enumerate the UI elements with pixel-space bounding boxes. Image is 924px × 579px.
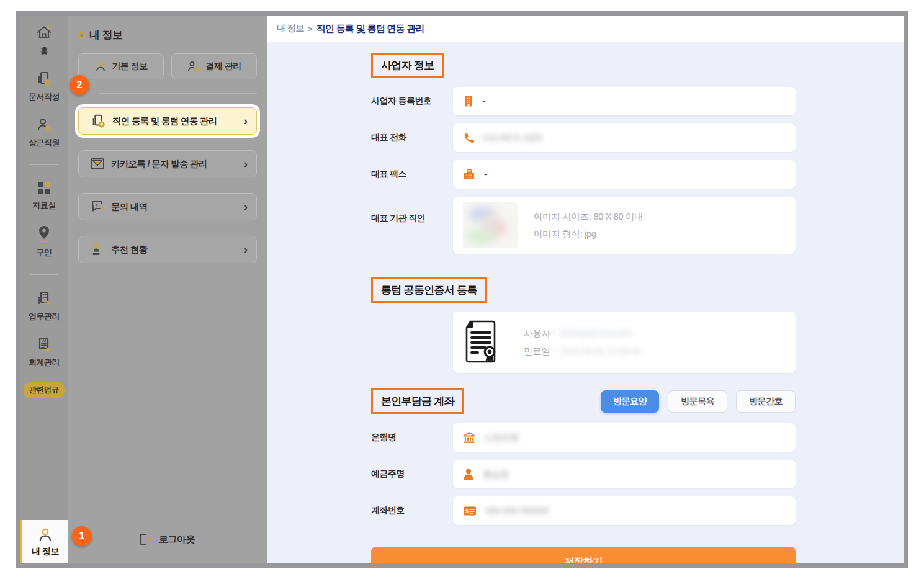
cert-user-label: 사용자 : — [524, 328, 555, 339]
chevron-right-icon: › — [244, 243, 248, 256]
main-content: 내 정보 > 직인 등록 및 롱텀 연동 관리 사업자 정보 사업자 등록번호 … — [267, 16, 904, 563]
payment-mgmt-button[interactable]: 결제 관리 — [171, 53, 257, 79]
home-icon — [35, 24, 53, 42]
menu-item-inquiries[interactable]: ? 문의 내역 › — [78, 193, 257, 220]
person-icon — [94, 60, 107, 73]
breadcrumb-separator-icon: > — [308, 24, 313, 34]
phone-icon — [463, 132, 475, 144]
basic-info-label: 기본 정보 — [112, 61, 147, 72]
rail-label-jobs: 구인 — [37, 247, 52, 258]
holder-name-input[interactable]: 홍길동 — [453, 460, 796, 488]
logout-button[interactable]: 로그아웃 — [138, 532, 195, 546]
tab-visit-care[interactable]: 방문요양 — [601, 390, 659, 413]
person-icon — [37, 526, 54, 544]
menu-label-referrals: 추천 현황 — [111, 244, 238, 256]
section-title-business-info: 사업자 정보 — [371, 53, 444, 78]
basic-info-button[interactable]: 기본 정보 — [78, 53, 164, 79]
holder-name-value-redacted: 홍길동 — [483, 469, 509, 480]
seal-image-redacted — [463, 202, 518, 248]
breadcrumb-current: 직인 등록 및 롱텀 연동 관리 — [316, 23, 424, 35]
rail-label-home: 홈 — [40, 45, 48, 56]
chevron-right-icon: › — [244, 200, 248, 213]
bank-name-input[interactable]: 신한은행 — [453, 423, 796, 452]
bullet-dot-icon — [78, 32, 85, 38]
map-pin-icon — [36, 225, 52, 243]
tab-visit-bath[interactable]: 방문목욕 — [668, 390, 727, 413]
form-area: 사업자 정보 사업자 등록번호 - 대표 전화 010-4074-1925 — [267, 42, 904, 563]
phone-value-redacted: 010-4074-1925 — [483, 133, 542, 143]
rail-item-staff[interactable]: 상근직원 — [29, 116, 60, 148]
rail-item-work-mgmt[interactable]: 업무관리 — [29, 290, 60, 322]
rail-item-jobs[interactable]: 구인 — [36, 225, 52, 258]
rail-label-work-mgmt: 업무관리 — [29, 311, 60, 322]
certificate-icon — [463, 319, 499, 366]
section-title-cert: 롱텀 공동인증서 등록 — [371, 277, 487, 303]
field-label: 대표 기관 직인 — [371, 197, 453, 254]
building-gear-icon — [90, 113, 106, 129]
seal-format-hint: 이미지 형식: jpg — [534, 228, 643, 240]
rail-label-doc-create: 문서작성 — [29, 91, 60, 102]
field-label: 은행명 — [371, 423, 453, 452]
panel-divider — [99, 93, 257, 94]
person-gear-icon — [187, 60, 200, 73]
rail-item-home[interactable]: 홈 — [35, 24, 53, 56]
field-row-org-seal: 대표 기관 직인 이미지 사이즈: 80 X 80 이내 이미지 형식: jpg — [371, 197, 904, 254]
field-label: 대표 팩스 — [371, 160, 453, 189]
field-row-phone: 대표 전화 010-4074-1925 — [371, 123, 904, 152]
account-no-input[interactable]: $ 000-000-000000 — [453, 496, 796, 525]
rail-label-archive: 자료실 — [32, 200, 56, 211]
rail-label-staff: 상근직원 — [29, 137, 60, 148]
menu-label-inquiries: 문의 내역 — [111, 201, 238, 213]
field-row-fax: 대표 팩스 - — [371, 160, 904, 189]
step-badge-1: 1 — [72, 526, 92, 546]
my-info-panel: 내 정보 기본 정보 결제 관리 2 직인 등록 및 롱텀 연동 관리 — [68, 16, 267, 563]
service-type-tabs: 방문요양 방문목욕 방문간호 — [601, 390, 796, 413]
chevron-right-icon: › — [244, 158, 248, 171]
business-reg-no-input[interactable]: - — [453, 87, 796, 115]
cert-expiry-value-redacted: 2025-06-30 23:59:59 — [560, 346, 640, 356]
stamp-icon — [90, 242, 105, 257]
menu-item-seal-longterm[interactable]: 직인 등록 및 롱텀 연동 관리 › — [78, 107, 257, 135]
fax-input[interactable]: - — [453, 160, 796, 189]
business-reg-no-value: - — [483, 96, 486, 106]
person-badge-icon — [463, 468, 474, 480]
tab-visit-nursing[interactable]: 방문간호 — [736, 390, 796, 413]
breadcrumb-parent[interactable]: 내 정보 — [277, 23, 304, 34]
org-seal-upload[interactable]: 이미지 사이즈: 80 X 80 이내 이미지 형식: jpg — [453, 197, 796, 254]
menu-item-referrals[interactable]: 추천 현황 › — [78, 236, 257, 263]
rail-item-doc-create[interactable]: 문서작성 — [29, 70, 60, 102]
rail-item-archive[interactable]: 자료실 — [32, 180, 56, 211]
phone-input[interactable]: 010-4074-1925 — [453, 123, 796, 152]
svg-text:AI: AI — [42, 339, 46, 343]
field-label: 예금주명 — [371, 460, 453, 488]
building-icon — [463, 95, 474, 107]
section-title-copay-account: 본인부담금 계좌 — [371, 388, 464, 414]
chevron-right-icon: › — [244, 115, 248, 128]
document-ai-arrow-icon: AI — [35, 336, 53, 353]
panel-title: 내 정보 — [89, 28, 123, 42]
field-label-empty — [371, 312, 453, 373]
field-row-holder-name: 예금주명 홍길동 — [371, 460, 904, 488]
certificate-card[interactable]: 사용자 : OOO방문요양센터 만료일 : 2025-06-30 23:59:5… — [453, 312, 796, 373]
grid-icon — [36, 180, 52, 196]
breadcrumb: 내 정보 > 직인 등록 및 롱텀 연동 관리 — [267, 16, 904, 42]
menu-label-kakao-sms: 카카오톡 / 문자 발송 관리 — [111, 158, 238, 170]
save-button[interactable]: 저장하기 — [371, 547, 796, 563]
account-section-header-row: 본인부담금 계좌 방문요양 방문목욕 방문간호 — [371, 388, 796, 414]
field-label: 대표 전화 — [371, 123, 453, 152]
rail-item-accounting[interactable]: AI 회계관리 — [29, 336, 60, 368]
envelope-icon — [90, 157, 105, 171]
fax-icon — [463, 168, 475, 181]
cheque-icon: $ — [463, 506, 477, 516]
person-gear-icon — [35, 116, 53, 133]
cert-expiry-label: 만료일 : — [524, 346, 555, 357]
menu-item-kakao-sms[interactable]: 카카오톡 / 문자 발송 관리 › — [78, 150, 257, 177]
field-row-business-reg-no: 사업자 등록번호 - — [371, 87, 904, 115]
left-rail: 홈 문서작성 상근직원 자료실 구인 — [20, 16, 68, 563]
rail-item-my-info-active[interactable]: 내 정보 — [20, 520, 68, 563]
rail-label-accounting: 회계관리 — [29, 357, 60, 368]
fax-value: - — [484, 169, 487, 179]
svg-text:?: ? — [95, 203, 98, 209]
app-frame: 홈 문서작성 상근직원 자료실 구인 — [16, 11, 908, 568]
related-laws-badge[interactable]: 관련법규 — [24, 382, 65, 398]
